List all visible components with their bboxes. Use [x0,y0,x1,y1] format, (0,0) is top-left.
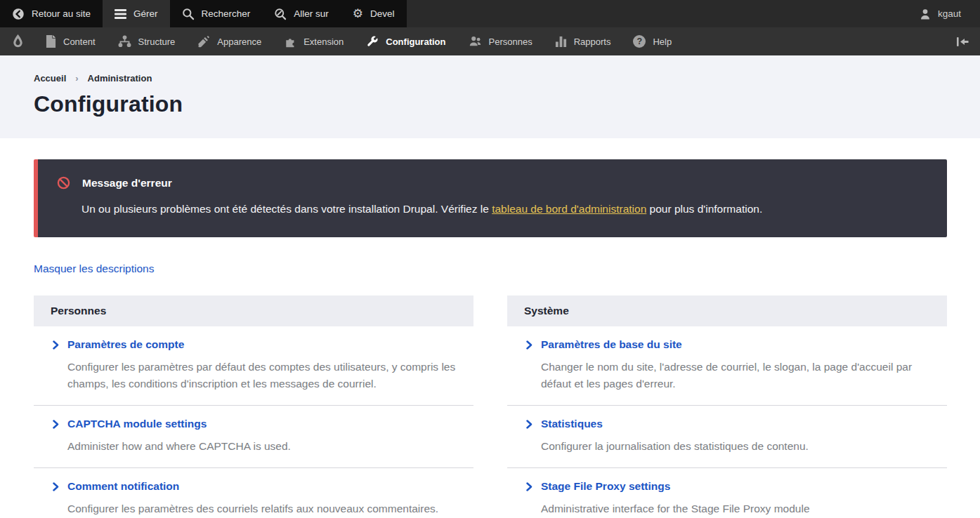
admin-item-label: Content [63,36,96,47]
chevron-right-icon [526,420,533,429]
config-item-basic-site-settings: Paramètres de base du site Changer le no… [507,326,947,406]
breadcrumb: Accueil › Administration [34,73,946,84]
admin-item-label: Extension [303,36,344,47]
breadcrumb-home-link[interactable]: Accueil [34,73,66,84]
question-circle-icon: ? [633,35,646,48]
toolbar-item-manage[interactable]: Gérer [103,0,170,27]
config-item-description: Configurer les paramètres des courriels … [67,500,459,517]
main-content: Message d'erreur Un ou plusieurs problèm… [0,159,980,518]
toolbar-item-label: Gérer [133,8,158,19]
toolbar-top-tabs: Retour au site Gérer Rechercher Aller su… [0,0,407,27]
admin-item-people[interactable]: Personnes [457,27,544,55]
config-item-link[interactable]: Comment notification [53,480,459,493]
admin-item-reports[interactable]: Rapports [544,27,622,55]
config-item-link[interactable]: CAPTCHA module settings [53,418,459,430]
panel-title: Personnes [34,295,473,326]
people-icon [469,35,482,48]
puzzle-icon [284,35,296,48]
config-item-label: Paramètres de base du site [541,338,682,351]
panel-systeme: Système Paramètres de base du site Chang… [507,295,947,518]
admin-item-configuration[interactable]: Configuration [355,27,457,55]
toolbar-top-spacer [407,0,900,27]
error-message-title: Message d'erreur [82,177,172,190]
toolbar-item-devel[interactable]: ⚙ Devel [341,0,407,27]
admin-item-appearance[interactable]: Apparence [186,27,273,55]
admin-item-label: Apparence [217,36,261,47]
admin-dashboard-link[interactable]: tableau de bord d'administration [492,203,646,215]
back-circle-icon [12,8,25,20]
config-item-description: Administrative interface for the Stage F… [541,500,933,517]
admin-item-label: Help [653,36,672,47]
chevron-right-icon [526,482,533,491]
config-item-link[interactable]: Paramètres de compte [53,338,459,351]
user-icon [919,8,932,20]
config-item-comment-notification: Comment notification Configurer les para… [34,468,473,518]
config-item-captcha: CAPTCHA module settings Administer how a… [34,406,473,468]
toolbar-item-back-to-site[interactable]: Retour au site [0,0,103,27]
file-icon [46,35,56,48]
toolbar-item-go-to[interactable]: Aller sur [262,0,341,27]
hide-descriptions-link[interactable]: Masquer les descriptions [34,263,154,275]
sitemap-icon [118,35,131,48]
config-item-link[interactable]: Paramètres de base du site [526,338,933,351]
config-item-link[interactable]: Stage File Proxy settings [526,480,933,493]
user-menu[interactable]: kgaut [900,0,980,27]
toolbar-item-label: Devel [370,8,395,19]
hamburger-icon [115,9,126,19]
admin-item-structure[interactable]: Structure [107,27,187,55]
admin-item-label: Personnes [489,36,533,47]
toolbar-item-search[interactable]: Rechercher [170,0,263,27]
toolbar-item-label: Retour au site [32,8,91,19]
chevron-right-icon [53,482,59,491]
admin-item-label: Rapports [574,36,611,47]
chevron-right-icon [53,340,59,350]
error-message-box: Message d'erreur Un ou plusieurs problèm… [34,159,947,237]
chevron-right-icon [53,420,59,429]
goto-magnifier-pencil-icon [274,8,287,20]
toolbar-admin: Content Structure Apparence Extension Co… [0,27,980,55]
admin-item-content[interactable]: Content [34,27,107,55]
admin-item-help[interactable]: ? Help [622,27,683,55]
breadcrumb-current-link[interactable]: Administration [88,73,152,84]
admin-item-label: Configuration [386,36,445,47]
wrench-icon [366,35,379,48]
collapse-toolbar-icon[interactable] [946,27,980,55]
config-item-label: Stage File Proxy settings [541,480,670,493]
error-message-body: Un ou plusieurs problèmes ont été détect… [81,201,930,217]
config-panels: Personnes Paramètres de compte Configure… [34,295,947,518]
config-item-description: Changer le nom du site, l'adresse de cou… [541,359,933,392]
search-icon [182,8,195,20]
error-message-header: Message d'erreur [57,176,930,190]
toolbar-item-label: Aller sur [294,8,329,19]
panel-personnes: Personnes Paramètres de compte Configure… [34,295,473,518]
config-item-description: Configurer la journalisation des statist… [541,438,933,455]
config-item-description: Administer how and where CAPTCHA is used… [67,438,459,455]
breadcrumb-separator: › [75,73,78,84]
toolbar-item-label: Rechercher [202,8,251,19]
config-item-stage-file-proxy: Stage File Proxy settings Administrative… [507,468,947,518]
config-item-account-settings: Paramètres de compte Configurer les para… [34,326,473,406]
no-entry-icon [57,176,70,190]
config-item-label: CAPTCHA module settings [67,418,207,430]
admin-item-extend[interactable]: Extension [273,27,355,55]
error-body-text: Un ou plusieurs problèmes ont été détect… [81,203,492,215]
gear-icon: ⚙ [353,8,363,20]
config-item-link[interactable]: Statistiques [526,418,933,430]
toolbar-top: Retour au site Gérer Rechercher Aller su… [0,0,980,27]
chevron-right-icon [526,340,533,350]
config-item-label: Comment notification [67,480,179,493]
config-item-statistics: Statistiques Configurer la journalisatio… [507,406,947,468]
user-name: kgaut [938,8,961,19]
page-header: Accueil › Administration Configuration [0,55,980,138]
config-item-description: Configurer les paramètres par défaut des… [67,359,459,392]
page-title: Configuration [34,91,946,117]
paintbrush-icon [197,35,210,48]
config-item-label: Paramètres de compte [67,338,184,351]
panel-title: Système [507,295,947,326]
admin-item-label: Structure [138,36,176,47]
bar-chart-icon [555,35,567,48]
config-item-label: Statistiques [541,418,603,430]
error-body-text: pour plus d'information. [646,203,762,215]
drupal-logo-icon[interactable] [0,27,34,55]
